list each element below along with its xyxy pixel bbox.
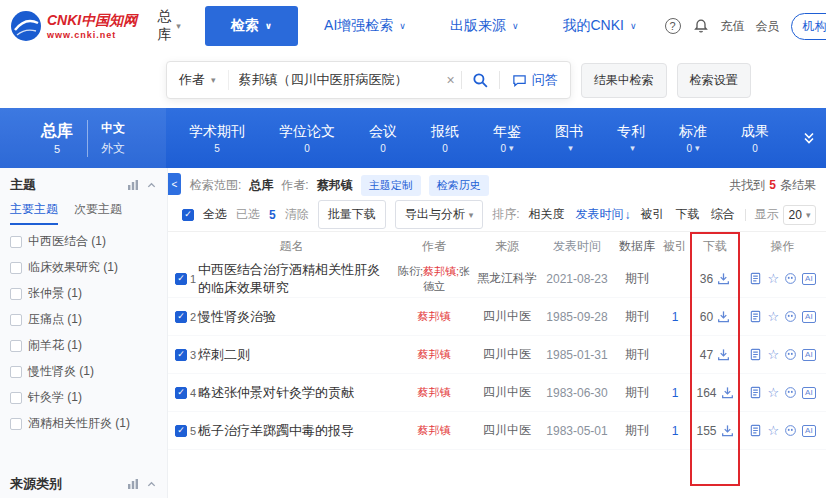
- cite-icon[interactable]: [784, 272, 797, 285]
- row-checkbox[interactable]: [175, 273, 187, 285]
- nav-item[interactable]: 检索 ∨: [205, 6, 298, 46]
- favorite-star-icon[interactable]: ☆: [767, 386, 779, 399]
- favorite-star-icon[interactable]: ☆: [767, 272, 779, 285]
- filter-checkbox[interactable]: [10, 340, 22, 352]
- column-header-download[interactable]: 下载: [691, 238, 739, 255]
- topic-filter-item[interactable]: 慢性肾炎 (1): [10, 363, 157, 380]
- favorite-star-icon[interactable]: ☆: [767, 348, 779, 361]
- read-online-icon[interactable]: [749, 386, 762, 399]
- search-field-selector[interactable]: 作者 ▾: [167, 70, 229, 90]
- expand-more-databases-icon[interactable]: [792, 108, 826, 168]
- author-name[interactable]: 蔡邦镇: [418, 386, 451, 398]
- bar-chart-icon[interactable]: [127, 478, 139, 490]
- ai-assistant-icon[interactable]: AI: [802, 311, 816, 323]
- author-name[interactable]: 蔡邦镇;: [423, 265, 459, 277]
- database-category-tab[interactable]: 学位论文 0 ▾: [279, 123, 335, 154]
- clear-search-icon[interactable]: ×: [441, 72, 461, 88]
- search-in-results-button[interactable]: 结果中检索: [581, 63, 667, 98]
- database-category-tab[interactable]: 成果 0 ▾: [741, 123, 769, 154]
- nav-item[interactable]: 出版来源 ∨: [432, 6, 537, 46]
- database-category-tab[interactable]: 年鉴 0 ▾: [493, 123, 521, 154]
- cite-icon[interactable]: [784, 310, 797, 323]
- topic-filter-item[interactable]: 张仲景 (1): [10, 285, 157, 302]
- cite-icon[interactable]: [784, 424, 797, 437]
- collapse-section-icon[interactable]: [146, 180, 157, 191]
- topic-filter-item[interactable]: 压痛点 (1): [10, 311, 157, 328]
- download-icon[interactable]: [717, 310, 730, 323]
- sort-option[interactable]: 发表时间 ↓: [576, 206, 631, 223]
- result-title-link[interactable]: 焠刺二则: [198, 346, 385, 364]
- author-name[interactable]: 蔡邦镇: [418, 348, 451, 360]
- read-online-icon[interactable]: [749, 272, 762, 285]
- database-category-tab[interactable]: 图书 ▾: [555, 123, 583, 153]
- filter-checkbox[interactable]: [10, 314, 22, 326]
- clear-selection-link[interactable]: 清除: [285, 206, 309, 223]
- author-name[interactable]: 陈衍;: [398, 265, 423, 277]
- nav-item[interactable]: 我的CNKI ∨: [545, 6, 655, 46]
- search-submit-icon[interactable]: [462, 72, 499, 89]
- favorite-star-icon[interactable]: ☆: [767, 310, 779, 323]
- qa-button[interactable]: 问答: [500, 71, 570, 89]
- cite-icon[interactable]: [784, 348, 797, 361]
- result-title-link[interactable]: 略述张仲景对针灸学的贡献: [198, 384, 385, 402]
- download-icon[interactable]: [717, 348, 730, 361]
- result-title-link[interactable]: 慢性肾炎治验: [198, 308, 385, 326]
- favorite-star-icon[interactable]: ☆: [767, 424, 779, 437]
- result-source-link[interactable]: 黑龙江科学: [477, 271, 537, 285]
- column-header-cited[interactable]: 被引: [659, 238, 691, 255]
- result-title-link[interactable]: 栀子治疗羊踯躅中毒的报导: [198, 422, 385, 440]
- topic-filter-item[interactable]: 针灸学 (1): [10, 389, 157, 406]
- database-switcher[interactable]: 总库 ▾: [157, 8, 181, 44]
- member-link[interactable]: 会员: [756, 18, 780, 35]
- ai-assistant-icon[interactable]: AI: [802, 273, 816, 285]
- database-category-tab[interactable]: 标准 0 ▾: [679, 123, 707, 154]
- export-analyze-button[interactable]: 导出与分析 ▾: [395, 200, 484, 229]
- read-online-icon[interactable]: [749, 424, 762, 437]
- topic-custom-button[interactable]: 主题定制: [361, 175, 421, 196]
- topic-filter-item[interactable]: 中西医结合 (1): [10, 233, 157, 250]
- filter-checkbox[interactable]: [10, 236, 22, 248]
- topic-tab[interactable]: 主要主题: [10, 201, 58, 225]
- author-name[interactable]: 蔡邦镇: [418, 310, 451, 322]
- filter-checkbox[interactable]: [10, 392, 22, 404]
- read-online-icon[interactable]: [749, 310, 762, 323]
- collapse-sidebar-handle[interactable]: <: [168, 173, 181, 195]
- row-checkbox[interactable]: [175, 349, 187, 361]
- cite-icon[interactable]: [784, 386, 797, 399]
- row-checkbox[interactable]: [175, 311, 187, 323]
- bar-chart-icon[interactable]: [127, 179, 139, 191]
- sort-option[interactable]: 综合: [711, 206, 736, 223]
- filter-checkbox[interactable]: [10, 288, 22, 300]
- total-db-tab[interactable]: 总库 5: [41, 121, 73, 155]
- cnki-logo[interactable]: CNKI中国知网 www.cnki.net: [10, 10, 137, 42]
- topic-tab[interactable]: 次要主题: [74, 201, 122, 225]
- result-source-link[interactable]: 四川中医: [483, 423, 531, 437]
- author-name[interactable]: 蔡邦镇: [418, 424, 451, 436]
- topic-filter-item[interactable]: 临床效果研究 (1): [10, 259, 157, 276]
- result-cited-count[interactable]: 1: [672, 386, 679, 400]
- download-icon[interactable]: [721, 386, 734, 399]
- result-cited-count[interactable]: 1: [672, 310, 679, 324]
- row-checkbox[interactable]: [175, 425, 187, 437]
- database-category-tab[interactable]: 报纸 0 ▾: [431, 123, 459, 154]
- row-checkbox[interactable]: [175, 387, 187, 399]
- ai-assistant-icon[interactable]: AI: [802, 349, 816, 361]
- search-history-button[interactable]: 检索历史: [429, 175, 489, 196]
- topic-filter-item[interactable]: 闹羊花 (1): [10, 337, 157, 354]
- batch-download-button[interactable]: 批量下载: [318, 200, 386, 229]
- database-category-tab[interactable]: 学术期刊 5 ▾: [189, 123, 245, 154]
- notification-bell-icon[interactable]: [692, 17, 710, 35]
- sort-option[interactable]: 被引: [641, 206, 666, 223]
- nav-item[interactable]: AI增强检索 ∨: [306, 6, 424, 46]
- org-login-button[interactable]: 机构登录: [791, 13, 826, 40]
- search-input[interactable]: [229, 73, 441, 88]
- sort-option[interactable]: 相关度: [529, 206, 566, 223]
- ai-assistant-icon[interactable]: AI: [802, 387, 816, 399]
- collapse-section-icon[interactable]: [146, 479, 157, 490]
- select-all-checkbox[interactable]: [182, 209, 194, 221]
- database-category-tab[interactable]: 专利 ▾: [617, 123, 645, 153]
- ai-assistant-icon[interactable]: AI: [802, 425, 816, 437]
- filter-checkbox[interactable]: [10, 366, 22, 378]
- page-size-select[interactable]: 20 ▾: [783, 205, 817, 225]
- sort-option[interactable]: 下载: [676, 206, 701, 223]
